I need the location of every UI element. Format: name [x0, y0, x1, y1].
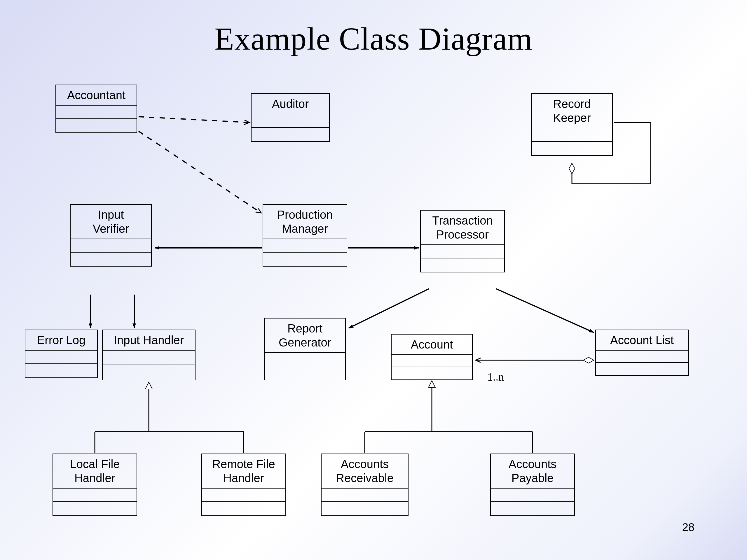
class-operations	[103, 365, 195, 380]
class-operations	[53, 502, 136, 515]
class-production-manager: Production Manager	[263, 204, 347, 267]
class-accounts-payable: Accounts Payable	[490, 454, 575, 516]
class-label: Production Manager	[263, 205, 347, 239]
class-label: Remote File Handler	[202, 454, 285, 488]
class-input-verifier: Input Verifier	[70, 204, 152, 267]
class-label: Transaction Processor	[421, 211, 504, 245]
class-attributes	[103, 351, 195, 365]
class-attributes	[392, 355, 472, 367]
class-operations	[56, 119, 136, 132]
class-attributes	[202, 488, 285, 502]
class-label: Accounts Receivable	[321, 454, 408, 488]
class-operations	[265, 366, 345, 380]
page-number: 28	[682, 521, 694, 534]
class-auditor: Auditor	[251, 93, 330, 142]
multiplicity-label: 1..n	[487, 370, 504, 383]
diagram-title: Example Class Diagram	[214, 20, 533, 57]
class-account: Account	[391, 334, 473, 380]
class-operations	[25, 364, 97, 377]
edge-accountant-auditor	[138, 117, 250, 123]
class-input-handler: Input Handler	[102, 329, 196, 380]
class-label: Input Handler	[103, 330, 195, 351]
class-label: Account	[392, 335, 472, 355]
class-attributes	[53, 488, 136, 502]
class-attributes	[252, 114, 329, 128]
class-attributes	[321, 488, 408, 502]
class-label: Record Keeper	[532, 94, 612, 128]
class-remote-file-handler: Remote File Handler	[201, 454, 286, 516]
edge-transproc-accountlist	[496, 289, 594, 332]
class-local-file-handler: Local File Handler	[53, 454, 137, 516]
class-operations	[71, 252, 151, 266]
class-operations	[392, 367, 472, 379]
class-operations	[263, 252, 347, 266]
class-operations	[532, 142, 612, 155]
class-report-generator: Report Generator	[264, 318, 346, 380]
class-label: Local File Handler	[53, 454, 136, 488]
class-operations	[596, 363, 688, 375]
class-label: Accountant	[56, 85, 136, 106]
class-accountant: Accountant	[55, 85, 137, 133]
class-accounts-receivable: Accounts Receivable	[321, 454, 409, 516]
class-transaction-processor: Transaction Processor	[420, 210, 505, 272]
class-operations	[491, 502, 574, 515]
class-operations	[421, 259, 504, 272]
class-account-list: Account List	[595, 329, 689, 376]
class-label: Account List	[596, 330, 688, 351]
class-attributes	[491, 488, 574, 502]
class-attributes	[56, 106, 136, 119]
class-label: Accounts Payable	[491, 454, 574, 488]
class-operations	[321, 502, 408, 515]
class-record-keeper: Record Keeper	[531, 93, 613, 156]
edge-transproc-reportgen	[349, 289, 429, 328]
class-attributes	[71, 239, 151, 252]
class-attributes	[596, 351, 688, 363]
class-label: Input Verifier	[71, 205, 151, 239]
class-operations	[202, 502, 285, 515]
class-label: Error Log	[25, 330, 97, 351]
class-attributes	[25, 351, 97, 364]
edge-accountant-prodmgr	[138, 131, 261, 213]
class-label: Report Generator	[265, 319, 345, 353]
class-label: Auditor	[252, 94, 329, 114]
class-error-log: Error Log	[25, 329, 98, 378]
class-operations	[252, 128, 329, 141]
class-attributes	[265, 353, 345, 366]
class-attributes	[421, 245, 504, 259]
class-attributes	[532, 128, 612, 142]
class-attributes	[263, 239, 347, 252]
